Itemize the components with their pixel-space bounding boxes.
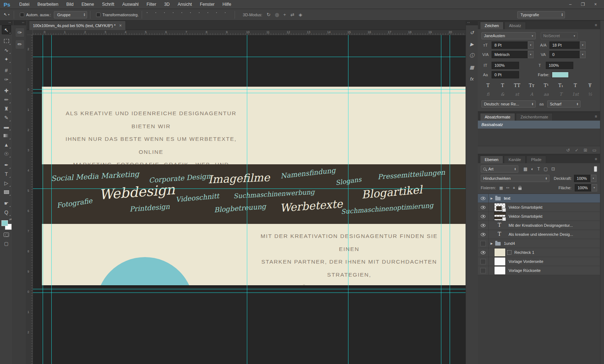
layer-thumbnail[interactable]: [494, 230, 505, 238]
kerning-field[interactable]: Metrisch▾: [492, 51, 534, 58]
filter-smart-objects-icon[interactable]: ⊡: [551, 166, 555, 172]
color-swatches[interactable]: ⇄: [1, 220, 12, 230]
layer-name[interactable]: text: [504, 196, 510, 200]
panel-menu-icon[interactable]: ≡: [595, 114, 597, 118]
delete-style-icon[interactable]: ▭: [592, 148, 596, 153]
filter-toggle-switch[interactable]: [594, 166, 597, 172]
visibility-toggle[interactable]: [478, 212, 489, 221]
gradient-tool[interactable]: [2, 131, 11, 140]
auto-select-checkbox[interactable]: [20, 13, 24, 17]
blend-mode-dropdown[interactable]: Hindurchwirken ▴▾: [481, 175, 549, 182]
align-left-edges-icon[interactable]: [147, 12, 152, 17]
layer-row[interactable]: ▶ Rechteck 1: [478, 248, 600, 257]
contextual-alternates-icon[interactable]: &: [498, 92, 507, 97]
faux-italic-icon[interactable]: T: [498, 83, 507, 88]
layer-name[interactable]: Vorlage Rückseite: [509, 268, 541, 273]
quick-mask-button[interactable]: [3, 231, 10, 238]
tab-absatzformate[interactable]: Absatzformate: [480, 113, 515, 121]
3d-scale-icon[interactable]: ◈: [299, 12, 302, 17]
visibility-toggle[interactable]: [478, 239, 489, 248]
layer-name[interactable]: Rechteck 1: [514, 250, 534, 255]
lasso-tool[interactable]: ∿: [2, 46, 11, 55]
hand-tool[interactable]: ☛: [2, 199, 11, 208]
styles-panel-icon[interactable]: fx: [468, 74, 476, 83]
minimize-icon[interactable]: –: [569, 2, 572, 7]
brush-presets-panel-icon[interactable]: ✑: [15, 28, 25, 37]
filter-adjustment-layers-icon[interactable]: ◐: [531, 166, 534, 172]
leading-field[interactable]: 18 Pt▾: [549, 42, 586, 49]
expand-arrow-icon[interactable]: ▶: [489, 197, 494, 200]
layer-thumbnail[interactable]: [494, 257, 505, 265]
ruler-origin[interactable]: [27, 30, 33, 35]
opacity-field[interactable]: 100%▾: [574, 175, 596, 182]
fractions-icon[interactable]: ½: [586, 92, 594, 97]
restore-icon[interactable]: ❐: [581, 2, 585, 7]
close-tab-icon[interactable]: ×: [119, 23, 122, 28]
faux-bold-icon[interactable]: T: [484, 83, 492, 88]
antialias-dropdown[interactable]: Scharf ▴▾: [547, 100, 581, 108]
lock-transparency-icon[interactable]: ▦: [499, 186, 503, 190]
visibility-toggle[interactable]: [478, 230, 489, 239]
expand-arrow-icon[interactable]: ▶: [489, 242, 494, 245]
marquee-tool[interactable]: [2, 36, 11, 46]
document-tab[interactable]: 100x100mm_4s.psd bei 50% (text, CMYK/8*)…: [29, 21, 126, 30]
collapse-tools-icon[interactable]: ››: [0, 21, 13, 25]
tab-absatz[interactable]: Absatz: [504, 22, 526, 29]
new-style-icon[interactable]: ⊞: [584, 148, 587, 153]
swatches-panel-icon[interactable]: ▦: [468, 63, 476, 72]
distribute-top-icon[interactable]: [199, 12, 204, 17]
subscript-icon[interactable]: T₁: [556, 83, 565, 88]
lock-position-icon[interactable]: +: [513, 186, 515, 190]
visibility-toggle[interactable]: [478, 203, 489, 212]
style-basisabsatz[interactable]: Basisabsatz: [478, 121, 600, 129]
quick-selection-tool[interactable]: ✦: [2, 55, 11, 64]
layer-name[interactable]: Mit der Kreativation Designagentur...: [509, 223, 573, 228]
pen-tool[interactable]: ✒: [2, 160, 11, 169]
move-tool[interactable]: ↖: [2, 25, 11, 34]
healing-brush-tool[interactable]: ✚: [2, 86, 11, 95]
menu-item[interactable]: Ebene: [77, 0, 98, 9]
3d-roll-icon[interactable]: ◎: [275, 12, 279, 17]
brush-panel-icon[interactable]: ✏: [15, 40, 25, 49]
tab-pfade[interactable]: Pfade: [526, 156, 546, 163]
swap-colors-icon[interactable]: ⇄: [9, 218, 12, 221]
tab-kanaele[interactable]: Kanäle: [504, 156, 526, 163]
layer-filter-dropdown[interactable]: Art ▴▾: [481, 165, 518, 173]
swash-icon[interactable]: A: [527, 92, 536, 97]
eraser-tool[interactable]: ▬: [2, 122, 11, 131]
font-style-dropdown[interactable]: NoSecret▾: [541, 32, 578, 39]
strikethrough-icon[interactable]: Ŧ: [586, 83, 594, 88]
layer-row[interactable]: ▶ text: [478, 194, 600, 203]
redefine-style-icon[interactable]: ✓: [575, 148, 579, 153]
font-family-dropdown[interactable]: JaneAusten▾: [481, 32, 536, 39]
path-selection-tool[interactable]: ▷: [2, 178, 11, 187]
visibility-toggle[interactable]: [478, 248, 489, 257]
history-brush-tool[interactable]: ✎: [2, 113, 11, 122]
layer-thumbnail[interactable]: [494, 266, 505, 274]
align-right-edges-icon[interactable]: [164, 12, 169, 17]
zoom-tool[interactable]: Q: [2, 208, 11, 217]
clone-stamp-tool[interactable]: ♜: [2, 104, 11, 113]
stylistic-alternates-icon[interactable]: aa: [542, 92, 551, 97]
expand-dock-icon[interactable]: ‹‹: [466, 21, 478, 25]
auto-select-dropdown[interactable]: Gruppe ▴▾: [54, 11, 87, 18]
eyedropper-tool[interactable]: ✑: [2, 75, 11, 84]
layer-name[interactable]: 1und4: [504, 241, 515, 246]
tab-zeichenformate[interactable]: Zeichenformate: [516, 113, 553, 121]
superscript-icon[interactable]: T¹: [542, 83, 551, 88]
font-size-field[interactable]: 8 Pt▾: [492, 42, 534, 49]
panel-menu-icon[interactable]: ≡: [595, 23, 597, 27]
type-tool[interactable]: T: [2, 169, 11, 178]
align-bottom-edges-icon[interactable]: [190, 12, 195, 17]
3d-pan-icon[interactable]: +: [283, 12, 286, 17]
menu-item[interactable]: Fenster: [196, 0, 219, 9]
horizontal-ruler[interactable]: 01234567891011121314151617181920: [33, 30, 466, 35]
discretionary-ligatures-icon[interactable]: st: [513, 92, 522, 97]
lock-all-icon[interactable]: [518, 187, 522, 190]
tab-ebenen[interactable]: Ebenen: [480, 156, 503, 163]
shape-tool[interactable]: [2, 187, 11, 196]
layer-thumbnail[interactable]: [494, 221, 505, 229]
3d-slide-icon[interactable]: ⇄: [290, 12, 294, 17]
filter-pixel-layers-icon[interactable]: ▩: [523, 166, 527, 172]
actions-panel-icon[interactable]: ▶: [468, 40, 476, 48]
